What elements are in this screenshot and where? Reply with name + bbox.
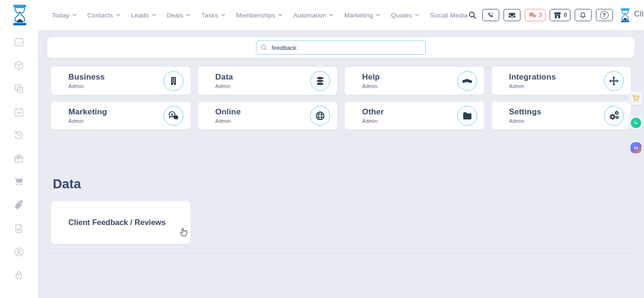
svg-text:12: 12 — [17, 41, 21, 45]
nav-label: Deals — [167, 12, 184, 19]
building-icon — [164, 71, 183, 91]
report-icon — [13, 223, 25, 234]
sidebar-item-lock[interactable] — [13, 270, 25, 280]
chevron-down-icon — [152, 14, 156, 16]
calendar-icon: 12 — [13, 36, 25, 48]
search-field-wrap — [256, 40, 426, 55]
floating-whatsapp-button[interactable] — [629, 116, 643, 129]
admin-card-data[interactable]: Data Admin — [198, 67, 338, 95]
content-toolbar — [47, 37, 635, 58]
phone-button[interactable] — [482, 9, 499, 21]
chat-bubbles-icon — [528, 11, 537, 20]
chat-badge: 3 — [539, 12, 542, 18]
nav-label: Social Media — [430, 12, 468, 19]
question-icon: ? — [600, 11, 609, 19]
main-menu: Today Contacts Leads Deals Tasks Members… — [52, 12, 468, 19]
sidebar-item-account[interactable] — [13, 247, 25, 257]
nav-marketing[interactable]: Marketing — [344, 12, 380, 19]
nav-contacts[interactable]: Contacts — [87, 12, 120, 19]
admin-card-other[interactable]: Other Admin — [345, 102, 484, 129]
phone-icon — [487, 11, 495, 19]
result-title: Client Feedback / Reviews — [68, 218, 165, 227]
bell-icon — [579, 11, 587, 19]
sidebar-item-history[interactable] — [13, 130, 25, 140]
gift-icon — [13, 153, 25, 164]
globe-icon — [310, 106, 330, 126]
brand-name: ClinicSoftware — [634, 9, 644, 18]
nav-label: Today — [52, 12, 69, 19]
brand-tagline: TEN STEPS AHEAD — [634, 18, 644, 21]
admin-card-business[interactable]: Business Admin — [51, 67, 190, 95]
section-title: Data — [53, 177, 81, 192]
chevron-down-icon — [278, 14, 282, 16]
inbox-button[interactable] — [504, 9, 520, 21]
svg-text:$: $ — [171, 113, 173, 117]
user-circle-icon — [13, 246, 25, 258]
cart-icon — [13, 176, 25, 187]
search-input[interactable] — [256, 40, 426, 55]
copy-icon — [13, 83, 25, 94]
nav-leads[interactable]: Leads — [131, 12, 156, 19]
sidebar-item-cart[interactable] — [13, 177, 25, 187]
admin-card-online[interactable]: Online Admin — [198, 102, 338, 129]
sidebar-item-report[interactable] — [13, 223, 25, 234]
hand-cursor-icon — [178, 224, 190, 239]
admin-card-help[interactable]: Help Admin — [345, 67, 484, 95]
package-icon — [13, 60, 25, 71]
nav-memberships[interactable]: Memberships — [236, 12, 282, 19]
nav-automation[interactable]: Automation — [293, 12, 333, 19]
floating-ai-button[interactable]: AI — [629, 141, 643, 154]
nav-label: Contacts — [87, 12, 113, 19]
nav-quotes[interactable]: Quotes — [391, 12, 419, 19]
nav-deals[interactable]: Deals — [167, 12, 191, 19]
nav-label: Quotes — [391, 12, 412, 19]
chevron-down-icon — [72, 14, 76, 16]
left-sidebar: 12 — [0, 30, 38, 298]
brand-text: ClinicSoftware .com TEN STEPS AHEAD — [634, 10, 644, 21]
folder-icon — [457, 106, 477, 126]
nav-label: Marketing — [344, 12, 373, 19]
notifications-button[interactable] — [575, 9, 592, 21]
arrows-move-icon — [604, 71, 624, 91]
admin-card-grid: Business Admin Data Admin Help Admin Int… — [47, 63, 635, 133]
clinicsoftware-brand[interactable]: ClinicSoftware .com TEN STEPS AHEAD — [619, 8, 644, 23]
admin-card-marketing[interactable]: Marketing Admin $ — [51, 102, 190, 129]
section-divider — [47, 253, 635, 253]
sidebar-item-calendar-import[interactable] — [13, 107, 25, 117]
sidebar-item-package[interactable] — [13, 60, 25, 71]
result-card-client-feedback[interactable]: Client Feedback / Reviews — [51, 201, 190, 244]
nav-social-media[interactable]: Social Media — [430, 12, 468, 19]
nav-label: Automation — [293, 12, 326, 19]
ai-assistant-icon: AI — [630, 142, 642, 153]
chevron-down-icon — [415, 14, 419, 16]
chevron-down-icon — [116, 14, 120, 16]
lock-icon — [13, 269, 25, 281]
topbar-actions: 3 0 ? ClinicSoftwa — [468, 7, 644, 23]
app-logo[interactable] — [11, 4, 28, 26]
search-icon[interactable] — [468, 10, 477, 20]
history-icon — [13, 129, 25, 141]
inbox-icon — [508, 11, 516, 19]
whatsapp-icon — [631, 118, 641, 128]
store-icon — [553, 11, 562, 20]
chevron-down-icon — [221, 14, 225, 16]
cart-icon — [631, 93, 641, 104]
sidebar-item-calendar[interactable]: 12 — [13, 37, 25, 47]
sidebar-item-gift[interactable] — [13, 153, 25, 164]
nav-tasks[interactable]: Tasks — [201, 12, 225, 19]
hourglass-logo-icon — [11, 4, 28, 26]
help-button[interactable]: ? — [596, 9, 613, 21]
sidebar-item-copy[interactable] — [13, 83, 25, 94]
database-icon — [310, 71, 330, 91]
admin-card-integrations[interactable]: Integrations Admin — [492, 67, 631, 95]
chat-button[interactable]: 3 — [525, 9, 545, 21]
sidebar-item-tags[interactable] — [13, 200, 25, 210]
store-button[interactable]: 0 — [550, 9, 570, 21]
app-screen: Today Contacts Leads Deals Tasks Members… — [0, 0, 644, 298]
top-navigation-bar: Today Contacts Leads Deals Tasks Members… — [0, 0, 644, 30]
chevron-down-icon — [376, 14, 380, 16]
admin-card-settings[interactable]: Settings Admin — [492, 102, 631, 129]
nav-today[interactable]: Today — [52, 12, 76, 19]
calendar-import-icon — [13, 106, 25, 118]
floating-cart-button[interactable] — [629, 91, 643, 105]
